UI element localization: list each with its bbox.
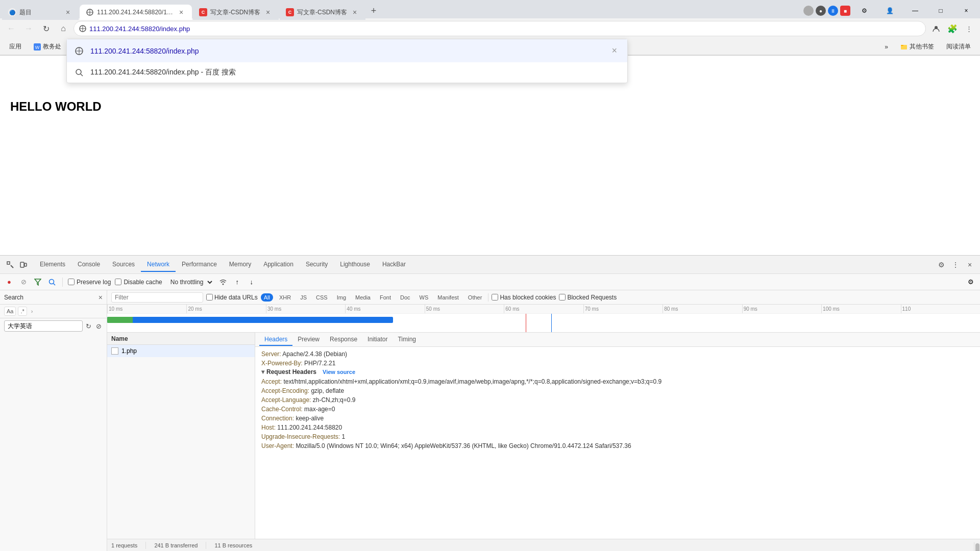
timeline-bar-area[interactable] xyxy=(107,314,980,332)
wifi-icon[interactable] xyxy=(218,277,228,287)
filter-xhr-button[interactable]: XHR xyxy=(276,293,294,302)
filter-button[interactable] xyxy=(33,277,43,287)
search-panel-close[interactable]: × xyxy=(99,293,103,302)
forward-button[interactable]: → xyxy=(21,21,36,36)
profile-icon[interactable] xyxy=(929,21,943,36)
headers-tab-initiator[interactable]: Initiator xyxy=(362,334,393,346)
network-panel: Hide data URLs All XHR JS CSS Img Media … xyxy=(107,290,980,551)
filter-divider xyxy=(488,293,488,302)
devtools-settings-icon[interactable]: ⚙ xyxy=(935,259,947,271)
filter-media-button[interactable]: Media xyxy=(352,293,374,302)
bookmark-jiaomu[interactable]: W 教务处 xyxy=(30,40,65,53)
throttle-select[interactable]: No throttling Fast 3G Slow 3G Offline xyxy=(166,277,214,287)
tab-4-close[interactable]: × xyxy=(350,8,359,17)
tab-network[interactable]: Network xyxy=(141,258,176,272)
filter-ws-button[interactable]: WS xyxy=(416,293,432,302)
status-bar: 1 requests 241 B transferred 11 B resour… xyxy=(107,539,980,551)
download-icon[interactable]: ↓ xyxy=(247,277,257,287)
reading-list[interactable]: 阅读清单 xyxy=(942,40,975,53)
maximize-button[interactable]: □ xyxy=(929,3,952,18)
refresh-button[interactable]: ↻ xyxy=(39,21,53,36)
case-sensitive-button[interactable]: Aa xyxy=(4,307,16,316)
add-tab-button[interactable]: + xyxy=(366,4,381,18)
upload-icon[interactable]: ↑ xyxy=(232,277,242,287)
record-button[interactable]: ● xyxy=(4,277,14,287)
back-button[interactable]: ← xyxy=(4,21,18,36)
autocomplete-item-1[interactable]: 111.200.241.244:58820/index.php × xyxy=(67,39,627,62)
tab-elements[interactable]: Elements xyxy=(34,258,71,272)
autocomplete-close[interactable]: × xyxy=(608,44,620,57)
filter-css-button[interactable]: CSS xyxy=(313,293,331,302)
blocked-requests-checkbox[interactable]: Blocked Requests xyxy=(559,294,617,301)
tab-lighthouse[interactable]: Lighthouse xyxy=(334,258,376,272)
search-button[interactable] xyxy=(47,277,57,287)
devtools-more-icon[interactable]: ⋮ xyxy=(949,259,962,271)
headers-tab-headers[interactable]: Headers xyxy=(259,334,292,346)
disable-cache-checkbox[interactable]: Disable cache xyxy=(115,279,162,286)
search-cancel-icon[interactable]: ⊘ xyxy=(94,321,103,331)
filter-font-button[interactable]: Font xyxy=(377,293,394,302)
headers-tab-response[interactable]: Response xyxy=(325,334,362,346)
tab-memory[interactable]: Memory xyxy=(223,258,257,272)
server-key: Server: xyxy=(261,350,281,358)
filter-manifest-button[interactable]: Manifest xyxy=(434,293,462,302)
tab-1-close[interactable]: × xyxy=(63,8,72,17)
filter-all-button[interactable]: All xyxy=(261,293,273,302)
other-bookmarks[interactable]: 其他书签 xyxy=(896,40,938,53)
headers-tab-preview[interactable]: Preview xyxy=(292,334,325,346)
tab-security[interactable]: Security xyxy=(300,258,334,272)
preserve-log-input[interactable] xyxy=(68,279,75,285)
blocked-requests-input[interactable] xyxy=(559,294,566,300)
user-icon[interactable]: 👤 xyxy=(878,3,901,18)
extensions-icon[interactable]: 🧩 xyxy=(945,21,960,36)
autocomplete-item-2[interactable]: 111.200.241.244:58820/index.php - 百度 搜索 xyxy=(67,62,627,83)
device-toolbar-icon[interactable] xyxy=(17,259,30,271)
tab-1[interactable]: 🔵 题目 × xyxy=(2,5,79,20)
home-button[interactable]: ⌂ xyxy=(56,21,70,36)
tab-3[interactable]: C 写文章-CSDN博客 × xyxy=(193,5,279,20)
view-source-link[interactable]: View source xyxy=(323,369,355,375)
disable-cache-input[interactable] xyxy=(115,279,121,285)
regex-button[interactable]: .* xyxy=(18,307,27,316)
devtools-close-icon[interactable]: × xyxy=(964,259,976,271)
settings-icon-top[interactable]: ⚙ xyxy=(852,3,876,18)
network-settings-icon[interactable]: ⚙ xyxy=(966,277,976,287)
tab-hackbar[interactable]: HackBar xyxy=(376,258,412,272)
req-header-accept-language: Accept-Language: zh-CN,zh;q=0.9 xyxy=(261,396,974,404)
status-divider-2 xyxy=(206,542,206,549)
tab-performance-label: Performance xyxy=(182,261,217,268)
url-bar[interactable]: 111.200.241.244:58820/index.php xyxy=(74,21,926,36)
filter-img-button[interactable]: Img xyxy=(334,293,349,302)
hide-data-urls-checkbox[interactable]: Hide data URLs xyxy=(206,294,258,301)
has-blocked-cookies-checkbox[interactable]: Has blocked cookies xyxy=(492,294,556,301)
tab-performance[interactable]: Performance xyxy=(176,258,223,272)
close-button[interactable]: × xyxy=(954,3,978,18)
filter-js-button[interactable]: JS xyxy=(297,293,310,302)
minimize-button[interactable]: — xyxy=(903,3,927,18)
tab-2-close[interactable]: × xyxy=(177,8,186,17)
preserve-log-checkbox[interactable]: Preserve log xyxy=(68,279,111,286)
tab-4[interactable]: C 写文章-CSDN博客 × xyxy=(280,5,365,20)
headers-tab-timing[interactable]: Timing xyxy=(393,334,421,346)
request-headers-toggle[interactable]: ▾ xyxy=(261,368,264,375)
menu-icon[interactable]: ⋮ xyxy=(962,21,976,36)
filter-other-button[interactable]: Other xyxy=(465,293,485,302)
filter-input[interactable] xyxy=(111,292,203,303)
inspect-element-icon[interactable] xyxy=(4,259,16,271)
tab-sources[interactable]: Sources xyxy=(106,258,141,272)
search-refresh-icon[interactable]: ↻ xyxy=(85,321,93,331)
tab-2[interactable]: 111.200.241.244:58820/1.php × xyxy=(80,5,192,20)
search-input[interactable] xyxy=(4,320,83,332)
file-list: Name 1.php xyxy=(107,333,255,539)
bookmark-apps[interactable]: 应用 xyxy=(5,40,26,53)
devtools-top-controls: ⚙ ⋮ × xyxy=(935,259,976,271)
more-bookmarks[interactable]: » xyxy=(880,41,892,53)
tab-3-close[interactable]: × xyxy=(263,8,273,17)
tab-application[interactable]: Application xyxy=(257,258,300,272)
stop-button[interactable]: ⊘ xyxy=(18,277,29,287)
has-blocked-cookies-input[interactable] xyxy=(492,294,498,300)
tab-console[interactable]: Console xyxy=(71,258,106,272)
file-row-1php[interactable]: 1.php xyxy=(107,345,255,357)
filter-doc-button[interactable]: Doc xyxy=(397,293,413,302)
hide-data-urls-input[interactable] xyxy=(206,294,213,300)
